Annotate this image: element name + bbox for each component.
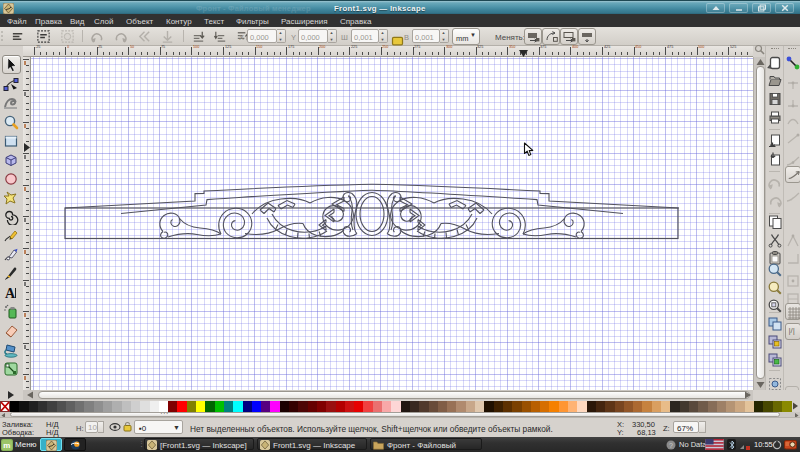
svg-text:A: A (5, 286, 16, 301)
svg-text:?: ? (669, 442, 673, 449)
svg-text:m: m (3, 441, 10, 450)
